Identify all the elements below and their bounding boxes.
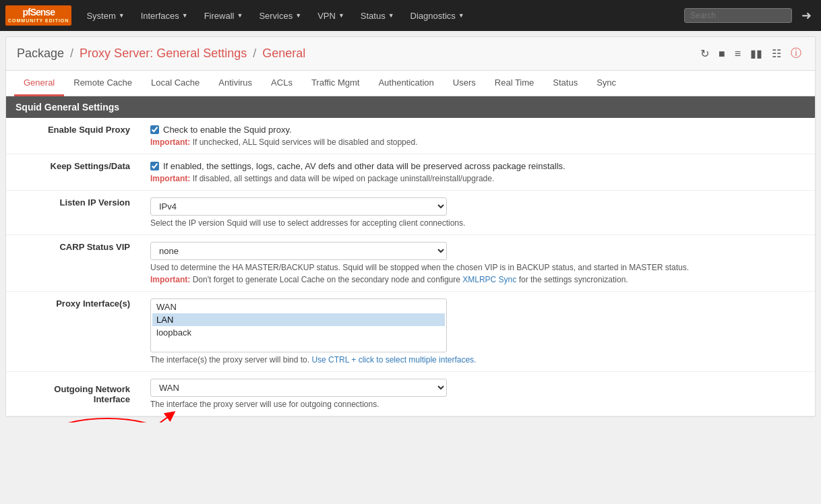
- search-input[interactable]: [684, 8, 792, 23]
- carp-hint2-pre: Don't forget to generate Local Cache on …: [193, 275, 463, 284]
- nav-diagnostics[interactable]: Diagnostics ▼: [404, 0, 471, 31]
- breadcrumb-proxy-server[interactable]: Proxy Server: General Settings: [80, 46, 247, 60]
- ctrl-click-link[interactable]: Use CTRL + click to select multiple inte…: [311, 355, 476, 365]
- navbar: pfSense COMMUNITY EDITION System ▼ Inter…: [0, 0, 821, 31]
- list-icon[interactable]: ☷: [769, 46, 784, 61]
- nav-vpn[interactable]: VPN ▼: [311, 0, 351, 31]
- tab-authentication[interactable]: Authentication: [369, 71, 443, 96]
- breadcrumb-general[interactable]: General: [262, 46, 305, 60]
- nav-status[interactable]: Status ▼: [354, 0, 401, 31]
- carp-hint1: Used to determine the HA MASTER/BACKUP s…: [150, 263, 805, 272]
- option-loopback: loopback: [152, 326, 445, 339]
- chart-icon[interactable]: ▮▮: [748, 46, 765, 61]
- value-listen-ip: IPv4 IPv6 Both Select the IP version Squ…: [141, 191, 815, 235]
- breadcrumb: Package / Proxy Server: General Settings…: [17, 46, 305, 61]
- carp-hint2-post: for the settings syncronization.: [519, 275, 628, 284]
- value-outgoing-interface: WAN LAN loopback The interface the proxy…: [141, 372, 815, 416]
- row-listen-ip: Listen IP Version IPv4 IPv6 Both Select …: [6, 191, 815, 235]
- tab-antivirus[interactable]: Antivirus: [209, 71, 262, 96]
- enable-squid-check: Check to enable the Squid proxy.: [150, 125, 805, 135]
- section-header: Squid General Settings: [6, 96, 815, 118]
- nav-firewall[interactable]: Firewall ▼: [197, 0, 250, 31]
- breadcrumb-icons: ↻ ■ ≡ ▮▮ ☷ ⓘ: [698, 45, 804, 62]
- help-icon[interactable]: ⓘ: [788, 45, 804, 62]
- navbar-right: ➜: [684, 8, 816, 23]
- enable-squid-important-text: If unchecked, ALL Squid services will be…: [193, 137, 418, 147]
- row-proxy-interfaces: Proxy Interface(s) WAN LAN loopback The …: [6, 292, 815, 372]
- enable-squid-check-text: Check to enable the Squid proxy.: [163, 125, 292, 135]
- enable-squid-checkbox[interactable]: [150, 125, 159, 134]
- nav-interfaces[interactable]: Interfaces ▼: [134, 0, 195, 31]
- settings-table: Enable Squid Proxy Check to enable the S…: [6, 118, 815, 416]
- tab-general[interactable]: General: [14, 71, 64, 96]
- breadcrumb-bar: Package / Proxy Server: General Settings…: [6, 37, 815, 71]
- keep-settings-check-text: If enabled, the settings, logs, cache, A…: [163, 161, 566, 171]
- chevron-down-icon: ▼: [119, 12, 125, 19]
- xmlrpc-sync-link[interactable]: XMLRPC Sync: [462, 275, 516, 284]
- proxy-interfaces-hint-pre: The interface(s) the proxy server will b…: [150, 355, 311, 365]
- stop-icon[interactable]: ■: [716, 46, 728, 61]
- label-keep-settings: Keep Settings/Data: [6, 154, 141, 191]
- option-wan: WAN: [152, 301, 445, 313]
- tabs-bar: General Remote Cache Local Cache Antivir…: [6, 71, 815, 96]
- refresh-icon[interactable]: ↻: [698, 46, 712, 61]
- row-outgoing-interface: Outgoing NetworkInterface WAN LAN loopba…: [6, 372, 815, 416]
- chevron-down-icon: ▼: [388, 12, 394, 19]
- logout-icon[interactable]: ➜: [797, 8, 816, 23]
- row-carp-status: CARP Status VIP none Used to determine t…: [6, 235, 815, 292]
- keep-settings-important-text: If disabled, all settings and data will …: [193, 174, 495, 183]
- value-enable-squid: Check to enable the Squid proxy. Importa…: [141, 118, 815, 154]
- proxy-interfaces-select[interactable]: WAN LAN loopback: [150, 298, 447, 352]
- row-keep-settings: Keep Settings/Data If enabled, the setti…: [6, 154, 815, 191]
- keep-settings-important-label: Important:: [150, 174, 190, 183]
- carp-status-select[interactable]: none: [150, 242, 447, 260]
- tab-users[interactable]: Users: [444, 71, 485, 96]
- value-carp-status: none Used to determine the HA MASTER/BAC…: [141, 235, 815, 292]
- keep-settings-check: If enabled, the settings, logs, cache, A…: [150, 161, 805, 171]
- settings-wrapper: Enable Squid Proxy Check to enable the S…: [6, 118, 815, 416]
- label-listen-ip: Listen IP Version: [6, 191, 141, 235]
- tab-status[interactable]: Status: [543, 71, 587, 96]
- label-enable-squid: Enable Squid Proxy: [6, 118, 141, 154]
- breadcrumb-package: Package: [17, 46, 64, 60]
- label-proxy-interfaces: Proxy Interface(s): [6, 292, 141, 372]
- page-content: Package / Proxy Server: General Settings…: [5, 36, 816, 417]
- option-lan: LAN: [152, 313, 445, 326]
- chevron-down-icon: ▼: [237, 12, 243, 19]
- listen-ip-select[interactable]: IPv4 IPv6 Both: [150, 197, 447, 216]
- tab-traffic-mgmt[interactable]: Traffic Mgmt: [302, 71, 369, 96]
- svg-point-0: [30, 418, 185, 422]
- enable-squid-important-label: Important:: [150, 137, 190, 147]
- label-outgoing-interface: Outgoing NetworkInterface: [6, 372, 141, 416]
- carp-hint2: Important: Don't forget to generate Loca…: [150, 275, 805, 284]
- chevron-down-icon: ▼: [458, 12, 464, 19]
- chevron-down-icon: ▼: [295, 12, 301, 19]
- pfsense-logo: pfSense COMMUNITY EDITION: [5, 5, 71, 25]
- tab-sync[interactable]: Sync: [587, 71, 626, 96]
- value-keep-settings: If enabled, the settings, logs, cache, A…: [141, 154, 815, 191]
- row-enable-squid: Enable Squid Proxy Check to enable the S…: [6, 118, 815, 154]
- proxy-interfaces-hint: The interface(s) the proxy server will b…: [150, 355, 805, 365]
- outgoing-interface-hint: The interface the proxy server will use …: [150, 400, 805, 409]
- brand-logo: pfSense COMMUNITY EDITION: [5, 5, 71, 25]
- tab-remote-cache[interactable]: Remote Cache: [64, 71, 142, 96]
- tab-local-cache[interactable]: Local Cache: [142, 71, 209, 96]
- outgoing-interface-select[interactable]: WAN LAN loopback: [150, 379, 447, 397]
- nav-system[interactable]: System ▼: [80, 0, 131, 31]
- enable-squid-hint: Important: If unchecked, ALL Squid servi…: [150, 137, 805, 147]
- chevron-down-icon: ▼: [338, 12, 344, 19]
- keep-settings-hint: Important: If disabled, all settings and…: [150, 174, 805, 183]
- tab-acls[interactable]: ACLs: [262, 71, 302, 96]
- tab-real-time[interactable]: Real Time: [485, 71, 544, 96]
- keep-settings-checkbox[interactable]: [150, 162, 159, 170]
- listen-ip-hint: Select the IP version Squid will use to …: [150, 218, 805, 228]
- chevron-down-icon: ▼: [182, 12, 188, 19]
- value-proxy-interfaces: WAN LAN loopback The interface(s) the pr…: [141, 292, 815, 372]
- label-carp-status: CARP Status VIP: [6, 235, 141, 292]
- carp-important-label: Important:: [150, 275, 190, 284]
- nav-services[interactable]: Services ▼: [252, 0, 308, 31]
- settings-icon[interactable]: ≡: [732, 46, 743, 61]
